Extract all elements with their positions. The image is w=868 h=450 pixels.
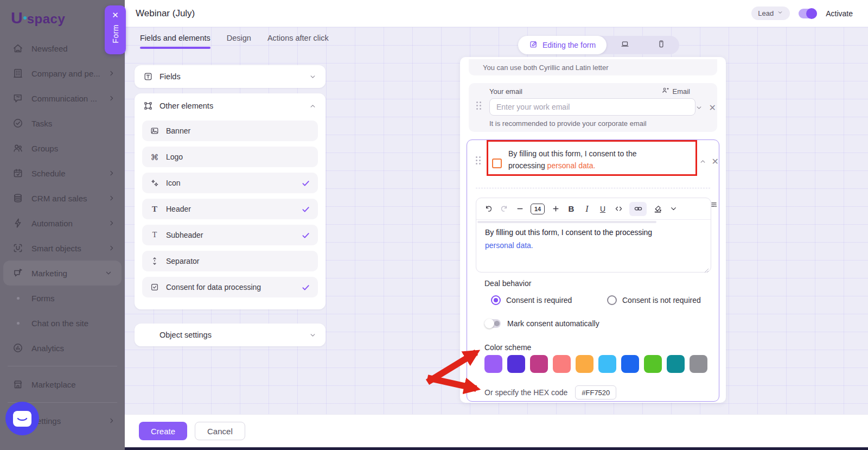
building-icon (12, 67, 24, 79)
object-settings-accordion[interactable]: Object settings (135, 324, 326, 346)
undo-button[interactable] (483, 202, 493, 216)
uspacy-logo[interactable]: U spacy (11, 9, 65, 27)
font-size-value[interactable]: 14 (531, 204, 545, 214)
color-swatch-row (484, 355, 707, 373)
sidebar-item-tasks[interactable]: Tasks (0, 111, 125, 136)
radio-unselected-icon (607, 295, 617, 305)
color-swatch-8f8f95[interactable] (690, 355, 707, 373)
sidebar-item-groups[interactable]: Groups (0, 136, 125, 161)
color-swatch-3dbdf8[interactable] (598, 355, 616, 373)
toolbar-chevron-down-icon[interactable] (668, 202, 678, 216)
hex-code-input[interactable] (575, 385, 616, 400)
view-mode-switcher: Editing the form (518, 36, 679, 54)
decrease-font-button[interactable] (515, 202, 525, 216)
email-field-block: Your email Email It is recommended to pr… (469, 83, 717, 132)
sidebar-item-analytics[interactable]: Analytics (0, 335, 125, 360)
mobile-preview-button[interactable] (643, 39, 679, 51)
tab-actions-after-click[interactable]: Actions after click (267, 34, 329, 49)
color-swatch-fa7d7d[interactable] (553, 355, 571, 373)
sidebar-item-communication[interactable]: Communication ... (0, 86, 125, 111)
color-swatch-57c428[interactable] (644, 355, 662, 373)
align-menu-icon[interactable] (710, 201, 718, 211)
element-item-subheader[interactable]: TSubheader (142, 225, 318, 245)
communication-icon (12, 92, 24, 104)
command-icon: ⌘ (150, 152, 159, 162)
code-button[interactable] (614, 202, 623, 216)
logo-dot-icon (23, 16, 27, 20)
toolbar-scrollbar[interactable] (477, 221, 656, 223)
fields-accordion[interactable]: Fields (135, 65, 326, 88)
desktop-preview-button[interactable] (607, 39, 643, 51)
link-button[interactable] (629, 202, 647, 216)
radio-consent-not-required[interactable]: Consent is not required (607, 295, 701, 305)
redo-button[interactable] (499, 202, 509, 216)
element-item-logo[interactable]: ⌘Logo (142, 147, 318, 167)
tasks-icon (12, 117, 24, 129)
element-item-consent-for-data-processing[interactable]: Consent for data processing (142, 277, 318, 297)
fill-color-button[interactable] (653, 202, 662, 216)
sidebar-item-company-and-pe[interactable]: Company and pe... (0, 61, 125, 86)
field-type-label: Email (672, 87, 690, 96)
drag-handle-icon[interactable] (476, 156, 481, 164)
increase-font-button[interactable] (551, 202, 560, 216)
sidebar-item-schedule[interactable]: Schedule (0, 161, 125, 186)
element-item-header[interactable]: THeader (142, 199, 318, 219)
remove-block-icon[interactable]: ✕ (712, 157, 719, 166)
bold-button[interactable]: B (566, 202, 576, 216)
color-swatch-9b5ef6[interactable] (484, 355, 502, 373)
chat-bubble-icon (13, 411, 31, 427)
tab-fields-and-elements[interactable]: Fields and elements (140, 34, 210, 49)
form-side-tab[interactable]: ✕ Form (105, 5, 126, 54)
sidebar-item-marketing[interactable]: Marketing (3, 261, 122, 286)
sidebar-item-smart-objects[interactable]: Smart objects (0, 236, 125, 261)
activate-toggle[interactable] (799, 9, 817, 18)
element-item-banner[interactable]: Banner (142, 121, 318, 141)
cancel-button[interactable]: Cancel (195, 422, 245, 440)
close-icon[interactable]: ✕ (112, 11, 119, 19)
color-swatch-c03b87[interactable] (530, 355, 548, 373)
chevron-right-icon (107, 219, 116, 227)
color-swatch-5331da[interactable] (507, 355, 525, 373)
color-swatch-fbab43[interactable] (576, 355, 593, 373)
email-input[interactable] (489, 98, 695, 116)
other-elements-header[interactable]: Other elements (135, 93, 326, 118)
resize-handle-icon[interactable] (704, 265, 709, 270)
support-chat-button[interactable] (5, 402, 39, 435)
consent-block: By filling out this form, I consent to t… (467, 140, 719, 402)
sidebar-item-crm-and-sales[interactable]: CRM and sales (0, 186, 125, 211)
editor-content[interactable]: By filling out this form, I consent to t… (476, 220, 711, 258)
sidebar-item-automation[interactable]: Automation (0, 211, 125, 236)
element-item-label: Banner (166, 126, 190, 135)
collapse-chevron-down-icon[interactable] (695, 104, 703, 112)
element-item-icon[interactable]: Icon (142, 173, 318, 193)
radio-consent-required[interactable]: Consent is required (491, 295, 572, 305)
sidebar-item-marketplace[interactable]: Marketplace (0, 372, 125, 397)
underline-button[interactable]: U (598, 202, 608, 216)
chevron-down-icon[interactable] (309, 331, 317, 339)
drag-handle-icon[interactable] (476, 102, 481, 110)
remove-field-icon[interactable]: ✕ (709, 104, 716, 112)
color-swatch-1c66ef[interactable] (621, 355, 639, 373)
chevron-right-icon (107, 94, 116, 103)
sidebar-item-chat-on-the-site[interactable]: Chat on the site (0, 310, 125, 335)
entity-selector[interactable]: Lead (751, 7, 790, 20)
element-item-separator[interactable]: Separator (142, 251, 318, 271)
tab-design[interactable]: Design (227, 34, 251, 49)
sidebar-item-label: Marketing (31, 269, 67, 278)
color-swatch-0e8d97[interactable] (667, 355, 685, 373)
collapse-chevron-up-icon[interactable] (699, 157, 707, 166)
sidebar-item-label: Chat on the site (31, 319, 88, 328)
chevron-up-icon[interactable] (309, 102, 317, 110)
mark-consent-automatically-toggle[interactable]: Mark consent automatically (484, 319, 599, 328)
field-type-badge: Email (661, 86, 690, 96)
builder-tabs: Fields and elements Design Actions after… (140, 34, 329, 49)
create-button[interactable]: Create (139, 422, 187, 440)
editing-the-form-mode[interactable]: Editing the form (518, 36, 607, 54)
editor-personal-data-link[interactable]: personal data. (485, 241, 533, 250)
sparkles-icon (150, 178, 159, 188)
chevron-down-icon[interactable] (309, 73, 317, 81)
separator-icon (150, 256, 159, 266)
check-icon (301, 231, 310, 240)
sidebar-item-forms[interactable]: Forms (0, 286, 125, 310)
italic-button[interactable]: I (582, 202, 592, 216)
